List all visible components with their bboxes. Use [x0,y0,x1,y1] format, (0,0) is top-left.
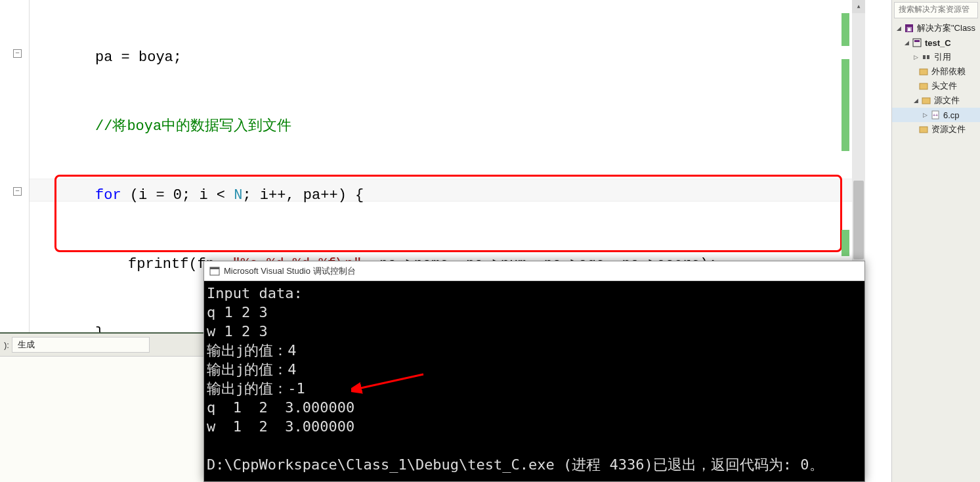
output-source-combo[interactable]: 生成 [12,337,150,353]
tree-label: 引用 [934,51,951,63]
svg-rect-10 [920,83,927,89]
tree-label: 外部依赖 [931,66,966,77]
tree-item-project[interactable]: ◢ test_C [892,35,980,50]
folder-icon [918,81,929,91]
solution-icon: ▣ [904,23,914,33]
svg-rect-8 [927,55,929,59]
cpp-file-icon: ++ [930,110,941,120]
tree-label: 解决方案"Class [917,22,975,34]
svg-rect-6 [914,40,920,42]
console-line: w 1 2 3 [207,323,268,340]
solution-tree[interactable]: ◢ ▣ 解决方案"Class ◢ test_C ▷ 引用 外部依赖 头文件 ◢ … [892,20,980,138]
console-line: 输出j的值：4 [207,342,297,359]
expander-icon[interactable]: ▷ [921,111,929,119]
folder-icon [921,95,931,106]
change-marker [842,59,849,151]
search-placeholder-text: 搜索解决方案资源管 [899,5,969,14]
project-icon [912,37,922,48]
tree-item-references[interactable]: ▷ 引用 [892,50,980,64]
svg-rect-14 [920,127,927,133]
console-line: D:\CppWorkspace\Class_1\Debug\test_C.exe… [207,456,824,473]
tree-label: 资源文件 [931,123,966,135]
output-source-value: 生成 [18,340,35,349]
folder-icon [918,66,929,77]
expander-icon[interactable]: ▷ [912,53,920,61]
svg-text:++: ++ [933,113,938,118]
expander-icon[interactable]: ◢ [895,24,903,32]
fold-icon[interactable]: − [13,49,22,58]
console-line: q 1 2 3.000000 [207,399,354,416]
svg-rect-7 [923,55,926,59]
console-output[interactable]: Input data: q 1 2 3 w 1 2 3 输出j的值：4 输出j的… [204,281,864,477]
tree-label: 源文件 [934,95,960,106]
code-comment: //将boya中的数据写入到文件 [95,118,291,135]
svg-rect-9 [920,69,927,75]
tree-label: test_C [925,38,951,48]
console-title-text: Microsoft Visual Studio 调试控制台 [224,265,356,277]
tree-item-header-files[interactable]: 头文件 [892,79,980,93]
tree-item-source-files[interactable]: ◢ 源文件 [892,93,980,108]
svg-rect-1 [210,267,219,269]
output-panel: ): 生成 [0,332,203,482]
console-titlebar[interactable]: Microsoft Visual Studio 调试控制台 [204,261,864,281]
folder-icon [918,124,929,135]
solution-search-input[interactable]: 搜索解决方案资源管 [894,2,978,18]
console-line: q 1 2 3 [207,304,268,320]
code-text: pa = boya; [95,49,182,66]
expander-icon[interactable]: ◢ [903,39,910,47]
tree-item-external-deps[interactable]: 外部依赖 [892,64,980,79]
scrollbar-thumb[interactable] [853,181,864,259]
tree-item-solution[interactable]: ◢ ▣ 解决方案"Class [892,21,980,35]
output-body[interactable] [0,357,203,482]
svg-rect-5 [913,39,921,47]
code-macro: N [234,187,242,204]
debug-console-window[interactable]: Microsoft Visual Studio 调试控制台 Input data… [203,261,865,482]
code-keyword: for [95,187,121,204]
solution-explorer[interactable]: 搜索解决方案资源管 ◢ ▣ 解决方案"Class ◢ test_C ▷ 引用 外… [891,0,980,482]
console-app-icon [209,266,220,276]
output-source-label: ): [4,340,9,350]
console-line: 输出j的值：4 [207,361,297,378]
scroll-up-icon[interactable]: ▴ [852,0,865,13]
change-marker [842,13,849,46]
console-line: 输出j的值：-1 [207,380,305,397]
tree-label: 6.cp [943,110,960,120]
svg-text:▣: ▣ [906,26,912,32]
console-line: Input data: [207,285,303,301]
fold-icon[interactable]: − [13,187,22,196]
tree-item-resource-files[interactable]: 资源文件 [892,122,980,137]
tree-label: 头文件 [931,80,957,92]
svg-rect-11 [922,98,930,104]
references-icon [921,52,931,62]
code-text: (i = 0; i < [121,187,234,204]
output-toolbar: ): 生成 [0,334,203,357]
expander-icon[interactable]: ◢ [912,97,920,104]
console-line: w 1 2 3.000000 [207,418,354,435]
code-text: ; i++, pa++) { [242,187,364,204]
change-marker [842,230,849,256]
tree-item-file[interactable]: ▷ ++ 6.cp [892,108,980,122]
